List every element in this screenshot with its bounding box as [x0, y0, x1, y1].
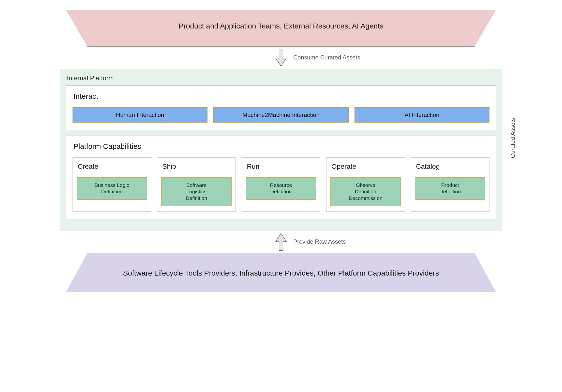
internal-platform-title: Internal Platform: [67, 74, 495, 82]
arrow-up-icon: [274, 232, 288, 252]
arrow-down-icon: [274, 48, 288, 67]
interact-m2m-label: Machine2Machine Interaction: [242, 112, 320, 118]
interact-ai: AI Interaction: [355, 107, 489, 123]
capability-catalog-title: Catalog: [416, 163, 485, 170]
capability-catalog: Catalog Product Definition: [411, 157, 489, 212]
capability-create-title: Create: [78, 163, 147, 170]
arrow-provide-zone: Provide Raw Assets: [66, 231, 496, 253]
consumers-label: Product and Application Teams, External …: [178, 22, 383, 30]
capability-run-title: Run: [247, 163, 316, 170]
capability-operate: Operate Observe Definition Decommission: [326, 157, 405, 212]
internal-platform: Internal Platform Interact Human Interac…: [60, 69, 502, 231]
capability-run-def: Resource Definition: [246, 177, 316, 200]
interact-ai-label: AI Interaction: [405, 112, 439, 118]
arrow-provide-label: Provide Raw Assets: [293, 238, 346, 245]
interact-human-label: Human Interaction: [116, 112, 164, 118]
curated-assets-label: Curated Assets: [509, 113, 516, 163]
providers-label: Software Lifecycle Tools Providers, Infr…: [123, 269, 439, 277]
interact-m2m: Machine2Machine Interaction: [213, 107, 348, 123]
diagram-canvas: Product and Application Teams, External …: [10, 10, 552, 292]
capabilities-row: Create Business Logic Definition Ship So…: [73, 157, 489, 212]
interact-title: Interact: [74, 92, 489, 100]
capability-create-def: Business Logic Definition: [77, 177, 147, 200]
capabilities-panel: Platform Capabilities Create Business Lo…: [66, 136, 496, 219]
interact-panel: Interact Human Interaction Machine2Machi…: [66, 85, 496, 130]
arrow-consume-label: Consume Curated Assets: [293, 54, 360, 61]
capability-run: Run Resource Definition: [242, 157, 320, 212]
capabilities-title: Platform Capabilities: [74, 142, 489, 151]
providers-band: Software Lifecycle Tools Providers, Infr…: [66, 253, 496, 292]
capability-operate-title: Operate: [331, 163, 401, 170]
interact-human: Human Interaction: [73, 107, 207, 123]
arrow-consume-zone: Consume Curated Assets: [66, 47, 496, 69]
interact-row: Human Interaction Machine2Machine Intera…: [73, 107, 489, 123]
capability-create: Create Business Logic Definition: [73, 157, 151, 212]
capability-ship-def: Software Logistics Definition: [161, 177, 232, 206]
capability-ship: Ship Software Logistics Definition: [157, 157, 236, 212]
capability-operate-def: Observe Definition Decommission: [330, 177, 401, 206]
capability-ship-title: Ship: [162, 163, 232, 170]
capability-catalog-def: Product Definition: [415, 177, 485, 200]
consumers-band: Product and Application Teams, External …: [66, 10, 496, 47]
